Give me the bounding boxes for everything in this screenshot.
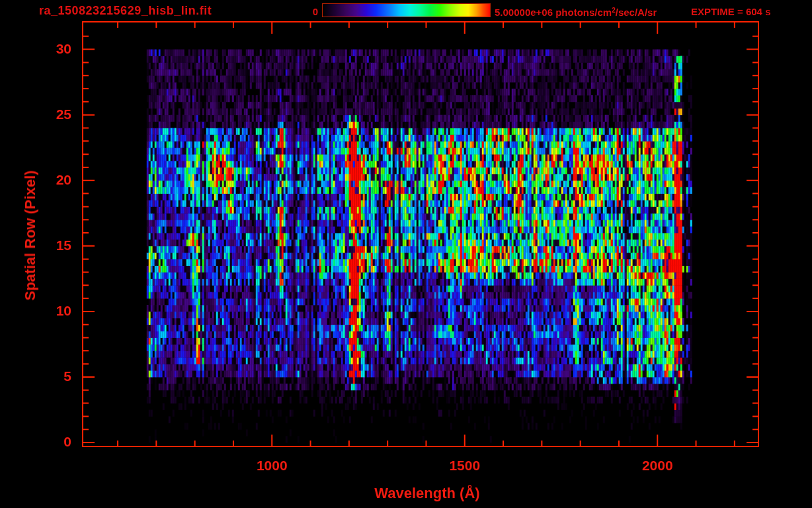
colorbar-max-units-sup: 2 xyxy=(612,7,616,14)
colorbar xyxy=(322,3,491,17)
y-axis-title: Spatial Row (Pixel) xyxy=(22,171,39,301)
x-axis-title: Wavelength (Å) xyxy=(374,485,479,502)
y-tick-label: 25 xyxy=(26,106,71,122)
file-title: ra_150823215629_hisb_lin.fit xyxy=(39,4,212,18)
x-tick-label: 1000 xyxy=(245,458,298,474)
y-tick-label: 20 xyxy=(26,172,71,188)
quicklook-screen: ra_150823215629_hisb_lin.fit 0 5.00000e+… xyxy=(0,0,812,508)
colorbar-max-value: 5.00000e+06 xyxy=(495,7,553,18)
colorbar-max-units-pre: photons/cm xyxy=(553,7,612,18)
spectral-image-canvas xyxy=(0,0,812,508)
y-tick-label: 0 xyxy=(26,434,71,450)
x-tick-label: 2000 xyxy=(631,458,684,474)
colorbar-max-units-post: /sec/A/sr xyxy=(616,7,657,18)
colorbar-min-label: 0 xyxy=(301,6,318,17)
y-tick-label: 5 xyxy=(26,368,71,384)
y-tick-label: 15 xyxy=(26,237,71,253)
y-tick-label: 30 xyxy=(26,41,71,57)
colorbar-max-label: 5.00000e+06 photons/cm2/sec/A/sr xyxy=(495,6,657,18)
x-tick-label: 1500 xyxy=(438,458,491,474)
y-tick-label: 10 xyxy=(26,303,71,319)
exptime-label: EXPTIME = 604 s xyxy=(691,6,770,17)
